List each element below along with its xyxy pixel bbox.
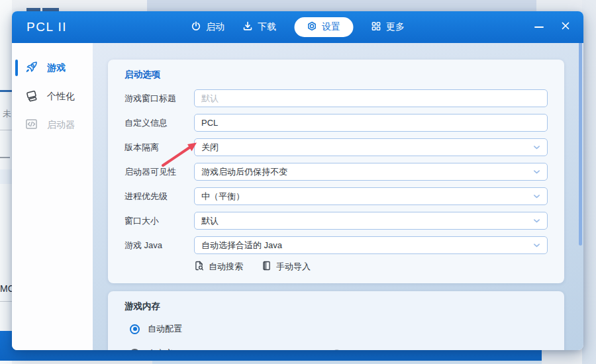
download-icon <box>242 21 252 33</box>
version-isolation-dropdown[interactable]: 关闭 <box>194 138 548 156</box>
form-row: 窗口大小 默认 <box>124 212 548 230</box>
dropdown-value: 默认 <box>201 215 219 227</box>
minimize-icon <box>534 26 544 28</box>
radio-custom[interactable] <box>130 349 140 351</box>
titlebar[interactable]: PCL II 启动 下载 设置 <box>12 11 583 43</box>
nav-download[interactable]: 下载 <box>242 21 276 33</box>
sidebar-item-label: 启动器 <box>47 119 75 131</box>
chevron-down-icon <box>533 145 540 150</box>
memory-slider[interactable] <box>212 349 548 351</box>
form-row: 游戏窗口标题 <box>124 89 548 107</box>
dropdown-value: 中（平衡） <box>201 191 244 203</box>
rocket-icon <box>25 60 38 76</box>
game-java-dropdown[interactable]: 自动选择合适的 Java <box>194 236 548 254</box>
chevron-down-icon <box>533 194 540 199</box>
form-row: 自定义信息 <box>124 114 548 132</box>
dropdown-value: 游戏启动后仍保持不变 <box>201 166 287 178</box>
launch-options-card: 启动选项 游戏窗口标题 自定义信息 版本隔离 关闭 <box>108 60 564 283</box>
background-partial-text: 未 <box>3 108 11 120</box>
manual-import-button[interactable]: 手动导入 <box>262 261 311 273</box>
background-line <box>0 157 10 158</box>
grid-icon <box>371 21 381 33</box>
radio-label: 自动配置 <box>148 323 182 335</box>
minimize-button[interactable] <box>534 26 544 28</box>
manual-import-label: 手动导入 <box>276 261 311 273</box>
radio-auto-config[interactable] <box>130 324 140 334</box>
process-priority-dropdown[interactable]: 中（平衡） <box>194 187 548 205</box>
chevron-down-icon <box>533 243 540 248</box>
nav-launch-label: 启动 <box>206 21 224 33</box>
scrollbar-thumb[interactable] <box>579 43 582 246</box>
nav-launch[interactable]: 启动 <box>191 21 224 33</box>
file-search-icon <box>194 261 204 273</box>
nav-more-label: 更多 <box>386 21 405 33</box>
form-row: 进程优先级 中（平衡） <box>124 187 548 205</box>
custom-info-input[interactable] <box>194 114 548 132</box>
background-line <box>0 90 12 92</box>
card-title: 启动选项 <box>124 69 548 81</box>
sidebar-item-personalization[interactable]: 个性化 <box>12 82 93 111</box>
sidebar: 游戏 个性化 启动器 <box>12 43 93 350</box>
game-memory-card: 游戏内存 自动配置 自定义 <box>108 291 564 350</box>
memory-custom-option[interactable]: 自定义 <box>130 345 548 350</box>
background-line <box>0 130 12 130</box>
java-actions: 自动搜索 手动导入 <box>194 261 548 273</box>
cards-icon <box>25 89 38 105</box>
nav-more[interactable]: 更多 <box>371 21 405 33</box>
form-row: 游戏 Java 自动选择合适的 Java <box>124 236 548 254</box>
code-box-icon <box>25 117 38 133</box>
sidebar-item-game[interactable]: 游戏 <box>12 54 93 82</box>
chevron-down-icon <box>533 218 540 224</box>
background-line <box>0 301 12 302</box>
import-icon <box>262 261 272 273</box>
window-controls <box>534 21 570 33</box>
settings-page: 启动选项 游戏窗口标题 自定义信息 版本隔离 关闭 <box>93 43 583 350</box>
dropdown-value: 自动选择合适的 Java <box>201 240 282 251</box>
background-band <box>152 361 542 364</box>
background-band <box>582 0 596 364</box>
launcher-visibility-dropdown[interactable]: 游戏启动后仍保持不变 <box>194 163 548 181</box>
sidebar-item-label: 游戏 <box>47 62 66 74</box>
power-icon <box>191 21 201 33</box>
auto-search-label: 自动搜索 <box>209 261 243 273</box>
background-panel <box>0 169 12 184</box>
sidebar-item-launcher[interactable]: 启动器 <box>12 111 93 139</box>
auto-search-button[interactable]: 自动搜索 <box>194 261 243 273</box>
gear-icon <box>307 21 317 33</box>
pcl-window: PCL II 启动 下载 设置 <box>12 11 583 350</box>
background-band <box>147 0 536 11</box>
nav-settings[interactable]: 设置 <box>294 17 353 37</box>
game-window-title-input[interactable] <box>194 89 548 107</box>
close-icon <box>561 21 570 32</box>
window-size-dropdown[interactable]: 默认 <box>194 212 548 230</box>
chevron-down-icon <box>533 169 540 175</box>
titlebar-nav: 启动 下载 设置 更多 <box>191 17 405 37</box>
memory-auto-option[interactable]: 自动配置 <box>130 321 548 337</box>
memory-slider-thumb[interactable] <box>332 349 341 351</box>
nav-settings-label: 设置 <box>322 21 340 33</box>
sidebar-item-label: 个性化 <box>47 91 75 103</box>
nav-download-label: 下载 <box>258 21 276 33</box>
radio-label: 自定义 <box>148 347 174 350</box>
red-arrow-annotation <box>158 136 204 171</box>
close-button[interactable] <box>561 21 570 33</box>
app-title: PCL II <box>26 20 67 34</box>
card-title: 游戏内存 <box>124 300 548 312</box>
